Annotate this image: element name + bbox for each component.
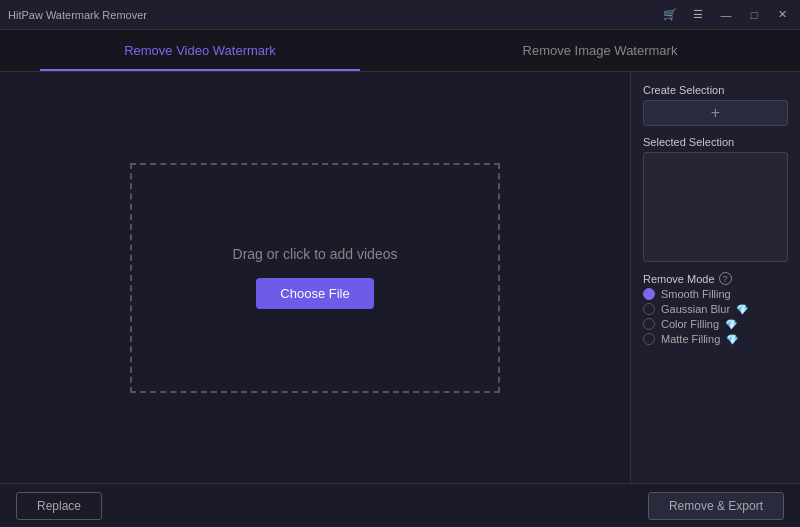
titlebar-left: HitPaw Watermark Remover xyxy=(8,9,147,21)
diamond-icon-color: 💎 xyxy=(725,319,737,330)
content-area: Drag or click to add videos Choose File xyxy=(0,72,630,483)
selected-selection-label: Selected Selection xyxy=(643,136,788,148)
remove-mode-label: Remove Mode ? xyxy=(643,272,788,285)
radio-matte[interactable] xyxy=(643,333,655,345)
tab-video[interactable]: Remove Video Watermark xyxy=(0,30,400,71)
close-button[interactable]: ✕ xyxy=(772,5,792,25)
create-selection-button[interactable]: + xyxy=(643,100,788,126)
main-area: Drag or click to add videos Choose File … xyxy=(0,72,800,483)
create-selection-section: Create Selection + xyxy=(643,84,788,126)
help-icon[interactable]: ? xyxy=(719,272,732,285)
radio-smooth[interactable] xyxy=(643,288,655,300)
minimize-button[interactable]: — xyxy=(716,5,736,25)
titlebar-controls: 🛒 ☰ — □ ✕ xyxy=(660,5,792,25)
cart-button[interactable]: 🛒 xyxy=(660,5,680,25)
diamond-icon-matte: 💎 xyxy=(726,334,738,345)
mode-gaussian[interactable]: Gaussian Blur 💎 xyxy=(643,303,788,315)
mode-smooth[interactable]: Smooth Filling xyxy=(643,288,788,300)
replace-button[interactable]: Replace xyxy=(16,492,102,520)
dropzone-text: Drag or click to add videos xyxy=(233,246,398,262)
mode-color[interactable]: Color Filling 💎 xyxy=(643,318,788,330)
maximize-button[interactable]: □ xyxy=(744,5,764,25)
plus-icon: + xyxy=(711,104,720,122)
selected-selection-section: Selected Selection xyxy=(643,136,788,262)
selected-selection-box xyxy=(643,152,788,262)
tab-bar: Remove Video Watermark Remove Image Wate… xyxy=(0,30,800,72)
right-panel: Create Selection + Selected Selection Re… xyxy=(630,72,800,483)
dropzone[interactable]: Drag or click to add videos Choose File xyxy=(130,163,500,393)
export-button[interactable]: Remove & Export xyxy=(648,492,784,520)
radio-color[interactable] xyxy=(643,318,655,330)
choose-file-button[interactable]: Choose File xyxy=(256,278,373,309)
bottom-bar: Replace Remove & Export xyxy=(0,483,800,527)
app-title: HitPaw Watermark Remover xyxy=(8,9,147,21)
mode-matte[interactable]: Matte Filling 💎 xyxy=(643,333,788,345)
titlebar: HitPaw Watermark Remover 🛒 ☰ — □ ✕ xyxy=(0,0,800,30)
menu-button[interactable]: ☰ xyxy=(688,5,708,25)
tab-image[interactable]: Remove Image Watermark xyxy=(400,30,800,71)
radio-gaussian[interactable] xyxy=(643,303,655,315)
create-selection-label: Create Selection xyxy=(643,84,788,96)
diamond-icon-gaussian: 💎 xyxy=(736,304,748,315)
remove-mode-section: Remove Mode ? Smooth Filling Gaussian Bl… xyxy=(643,272,788,348)
